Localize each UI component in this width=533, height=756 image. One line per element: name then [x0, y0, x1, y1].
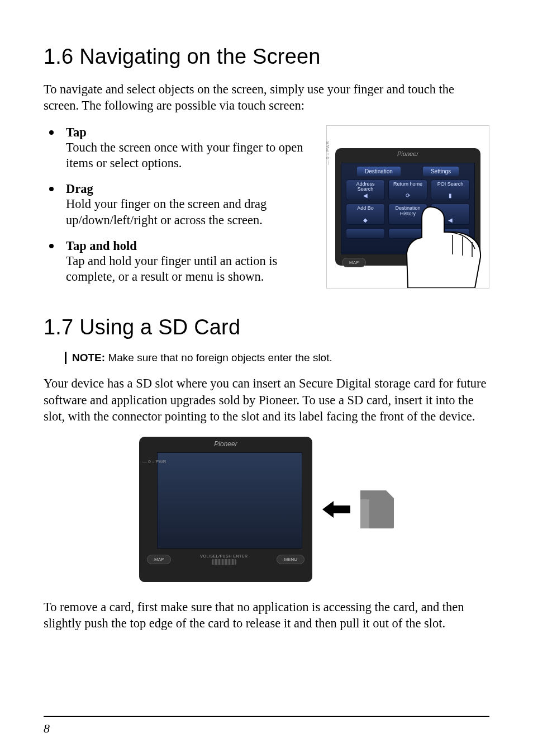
bullet-tap: Tap Touch the screen once with your fing… [44, 125, 315, 172]
screen-btn-dest-history: Destination History [388, 204, 427, 225]
device-screen: Destination Settings Address Search◀ Ret… [341, 163, 475, 254]
sd-card-icon [360, 490, 394, 528]
device-screen-blank [157, 452, 302, 549]
brand-label: Pioneer [139, 437, 312, 451]
page-number: 8 [44, 721, 50, 736]
heading-1-7: 1.7 Using a SD Card [44, 315, 489, 339]
screen-btn-blank [388, 228, 427, 239]
svg-marker-0 [322, 501, 350, 518]
figure-sd-wrap: Pioneer — 0 = PWR MAP VOL/SEL/PUSH ENTER… [44, 437, 489, 582]
btn-label: Add Bo [357, 205, 374, 211]
hw-map-button: MAP [147, 555, 171, 564]
tab-settings: Settings [423, 167, 459, 176]
btn-label: Destination History [395, 205, 420, 216]
bullet-title: Tap [66, 125, 315, 140]
bullet-tap-and-hold: Tap and hold Tap and hold your finger un… [44, 239, 315, 286]
btn-label: Address Search [356, 181, 374, 192]
insert-arrow-icon [322, 501, 350, 518]
footer-rule [44, 716, 489, 717]
device-illustration: Pioneer — 0 = PWR Destination Settings A… [335, 148, 480, 266]
note-label: NOTE: [72, 352, 105, 363]
note-body: Make sure that no foreign objects enter … [105, 352, 332, 363]
hw-menu-button: MENU [277, 555, 304, 564]
row-1-6: Tap Touch the screen once with your fing… [44, 125, 489, 296]
bullet-dot-icon [49, 244, 54, 248]
bullet-list-1-6: Tap Touch the screen once with your fing… [44, 125, 315, 296]
bullet-dot-icon [49, 130, 54, 135]
btn-mini-icon: ◆ [346, 218, 384, 224]
tab-destination: Destination [357, 167, 401, 176]
screen-btn-prev: ◀ [431, 204, 470, 225]
bullet-desc: Tap and hold your finger until an action… [66, 253, 315, 286]
btn-mini-icon: ▶ [431, 231, 469, 238]
btn-mini-icon: ▮ [431, 193, 469, 199]
screen-btn-blank [346, 228, 385, 239]
brand-label: Pioneer [335, 148, 480, 159]
hardware-button-row: MAP VOL/SEL/PUSH ENTER MENU [139, 549, 312, 565]
para-sd-remove: To remove a card, first make sure that n… [44, 599, 489, 632]
heading-1-6: 1.6 Navigating on the Screen [44, 45, 489, 69]
note-text: NOTE: Make sure that no foreign objects … [72, 352, 332, 364]
bullet-desc: Touch the screen once with your finger t… [66, 140, 315, 172]
screen-btn-return-home: Return home⟳ [388, 179, 427, 201]
btn-mini-icon: ⟳ [389, 193, 427, 199]
hardware-button-row: MAP [335, 254, 480, 267]
bullet-dot-icon [49, 187, 54, 191]
bullet-desc: Hold your finger on the screen and drag … [66, 196, 315, 229]
screen-btn-address-search: Address Search◀ [346, 179, 385, 201]
btn-mini-icon: ◀ [346, 193, 384, 199]
screen-tabs: Destination Settings [345, 167, 471, 176]
vol-dial-icon [212, 559, 236, 565]
figure-sd-card: Pioneer — 0 = PWR MAP VOL/SEL/PUSH ENTER… [139, 437, 394, 582]
side-pwr-label: — 0 = PWR [142, 459, 166, 464]
bullet-drag: Drag Hold your finger on the screen and … [44, 182, 315, 229]
bullet-title: Drag [66, 182, 315, 196]
bullet-title: Tap and hold [66, 239, 315, 253]
hw-center: VOL/SEL/PUSH ENTER [175, 554, 272, 565]
note-row: NOTE: Make sure that no foreign objects … [65, 352, 489, 364]
sd-card-shade [360, 499, 369, 528]
screen-btn-next: ▶ [431, 228, 470, 239]
screen-btn-add-bookmark: Add Bo◆ [346, 204, 385, 225]
screen-btn-poi-search: POI Search▮ [431, 179, 470, 201]
vol-sel-label: VOL/SEL/PUSH ENTER [175, 554, 272, 558]
note-bar-icon [65, 352, 66, 364]
side-pwr-label: — 0 = PWR [325, 141, 330, 164]
intro-1-6: To navigate and select objects on the sc… [44, 81, 489, 114]
btn-mini-icon: ◀ [431, 218, 469, 224]
page: 1.6 Navigating on the Screen To navigate… [0, 0, 533, 756]
figure-touch-device: Pioneer — 0 = PWR Destination Settings A… [326, 125, 489, 289]
device-illustration-blank: Pioneer — 0 = PWR MAP VOL/SEL/PUSH ENTER… [139, 437, 312, 582]
btn-label: POI Search [437, 181, 464, 187]
para-sd-intro: Your device has a SD slot where you can … [44, 375, 489, 424]
btn-label: Return home [393, 181, 422, 187]
screen-button-grid: Address Search◀ Return home⟳ POI Search▮… [345, 179, 471, 239]
hw-map-button: MAP [342, 258, 366, 267]
